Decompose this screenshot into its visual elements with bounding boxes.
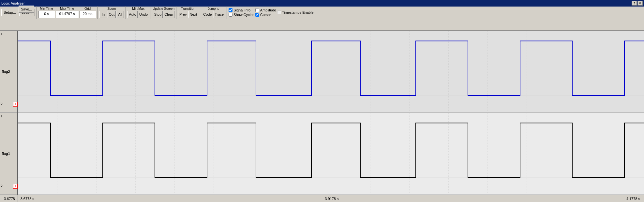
pin-button[interactable]: 🖈: [632, 1, 637, 6]
main-area: 1 flag2 0 1 1 flag1 0 1: [0, 31, 644, 195]
flag2-axis-bottom: 0: [1, 102, 3, 105]
waveform-channel-flag1: [18, 113, 644, 195]
status-left-unit-value: 3.6778 s: [21, 197, 34, 201]
signal-labels: 1 flag2 0 1 1 flag1 0 1: [0, 31, 18, 195]
status-left-value: 3.6778: [4, 197, 15, 201]
flag1-label: flag1: [2, 152, 10, 156]
svg-rect-1: [18, 31, 644, 112]
waveform-svg-flag2: [18, 31, 644, 112]
status-bar: 3.6778 3.6778 s 3.9178 s 4.1778 s: [0, 195, 644, 202]
status-center-value: 3.9178 s: [325, 197, 338, 201]
cursor-input[interactable]: [255, 13, 259, 17]
status-right: 4.1778 s: [626, 197, 643, 201]
waveform-area[interactable]: [18, 31, 644, 195]
signal-channel-flag2: 1 flag2 0 1: [0, 31, 17, 113]
close-button[interactable]: ✕: [637, 1, 643, 6]
save-button[interactable]: Save...: [19, 6, 34, 13]
toolbar-row-2: Save...: [1, 6, 643, 12]
status-left-unit: 3.6778 s: [18, 195, 37, 202]
flag2-marker: 1: [13, 102, 18, 107]
waveform-channel-flag2: [18, 31, 644, 113]
status-left: 3.6778: [1, 195, 18, 202]
status-right-value: 4.1778 s: [626, 197, 640, 201]
waveform-svg-flag1: [18, 113, 644, 194]
title-bar: Logic Analyzer 🖈 ✕: [0, 0, 644, 7]
flag1-marker: 1: [13, 184, 18, 189]
window-title: Logic Analyzer: [1, 1, 25, 5]
flag2-label: flag2: [2, 70, 10, 74]
window-controls: 🖈 ✕: [632, 1, 643, 6]
show-cycles-input[interactable]: [229, 13, 232, 17]
flag1-axis-top: 1: [1, 114, 3, 118]
flag1-axis-bottom: 0: [1, 184, 3, 187]
signal-channel-flag1: 1 flag1 0 1: [0, 113, 17, 195]
status-center: 3.9178 s: [37, 197, 626, 201]
show-cycles-label: Show Cycles: [233, 13, 254, 17]
svg-rect-4: [18, 113, 644, 194]
flag2-axis-top: 1: [1, 32, 3, 36]
show-cycles-checkbox[interactable]: Show Cycles: [229, 13, 254, 17]
toolbar: Setup... Load... Min Time 0 s Max Time 9…: [0, 7, 644, 31]
cursor-checkbox[interactable]: Cursor: [255, 13, 276, 17]
cursor-label: Cursor: [260, 13, 271, 17]
